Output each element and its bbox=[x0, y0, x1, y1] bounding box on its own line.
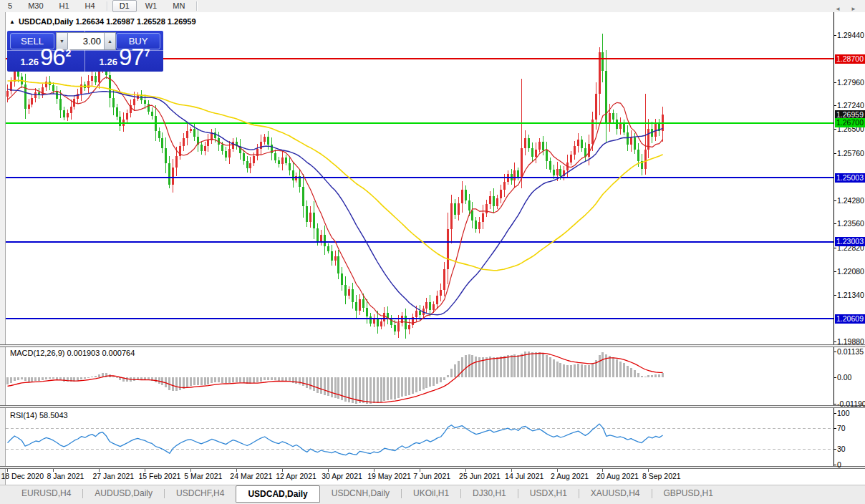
one-click-trade-panel: SELL ▼ ▲ BUY 1.26 96 2 1.26 97 7 bbox=[7, 31, 163, 72]
macd-axis-tick: -0.01190 bbox=[837, 399, 865, 409]
timeframe-button-h4[interactable]: H4 bbox=[78, 0, 102, 12]
window-left-frame bbox=[0, 12, 6, 485]
price-axis-tick: 1.23560 bbox=[837, 219, 865, 228]
expand-icon[interactable]: ▲ bbox=[9, 19, 15, 25]
price-axis-tick: 1.27960 bbox=[837, 78, 865, 87]
tab-usdcnh[interactable]: USDCNH,Daily bbox=[320, 485, 401, 500]
tab-scroll-arrows: ◄ ► bbox=[835, 6, 861, 12]
date-axis-label: 8 Jan 2021 bbox=[47, 472, 84, 480]
tab-audusd[interactable]: AUDUSD,Daily bbox=[83, 485, 164, 500]
rsi-axis-tick: 0 bbox=[837, 460, 865, 470]
splitter-macd-rsi[interactable] bbox=[0, 405, 865, 408]
chart-title-text: USDCAD,Daily 1.26634 1.26987 1.26528 1.2… bbox=[19, 17, 196, 26]
tab-ukoil[interactable]: UKOil,H1 bbox=[402, 485, 460, 500]
timeframe-button-h1[interactable]: H1 bbox=[52, 0, 77, 12]
candlestick-chart-surface bbox=[0, 12, 865, 485]
date-axis-label: 7 Jun 2021 bbox=[413, 472, 450, 480]
date-axis-label: 30 Apr 2021 bbox=[322, 472, 362, 480]
macd-axis-tick: 0.00 bbox=[837, 373, 865, 382]
tab-eurusd[interactable]: EURUSD,H4 bbox=[10, 485, 82, 500]
sell-price[interactable]: 1.26 96 2 bbox=[7, 44, 84, 71]
tab-scroll-left-icon[interactable]: ◄ bbox=[835, 6, 845, 12]
buy-price-big: 97 bbox=[119, 44, 144, 71]
splitter-rsi-dates bbox=[0, 466, 865, 469]
rsi-axis-tick: 100 bbox=[837, 409, 865, 418]
price-badge: 1.28700 bbox=[835, 54, 865, 64]
rsi-axis-tick: 30 bbox=[837, 445, 865, 454]
price-badge: 1.20609 bbox=[835, 314, 865, 324]
macd-axis-tick: 0.01135 bbox=[837, 347, 865, 357]
toolbar-separator bbox=[196, 1, 198, 11]
timeframe-button-w1[interactable]: W1 bbox=[138, 0, 165, 12]
price-axis-tick: 1.24280 bbox=[837, 196, 865, 205]
buy-price-sup: 7 bbox=[145, 47, 150, 59]
sell-price-prefix: 1.26 bbox=[21, 57, 39, 67]
date-axis-label: 8 Sep 2021 bbox=[642, 472, 681, 480]
toolbar-separator bbox=[107, 1, 108, 11]
tab-dj30[interactable]: DJ30,H1 bbox=[461, 485, 518, 500]
buy-price[interactable]: 1.26 97 7 bbox=[86, 44, 163, 71]
rsi-label: RSI(14) 58.5043 bbox=[10, 411, 68, 420]
date-axis-label: 14 Jul 2021 bbox=[505, 472, 543, 480]
date-axis-label: 19 May 2021 bbox=[367, 472, 411, 480]
price-badge: 1.23003 bbox=[835, 237, 865, 246]
timeframe-button-mn[interactable]: MN bbox=[165, 0, 192, 12]
price-axis-tick: 1.29440 bbox=[837, 31, 865, 40]
date-axis-label: 25 Jun 2021 bbox=[459, 472, 501, 480]
tab-usdchf[interactable]: USDCHF,H4 bbox=[165, 485, 236, 500]
timeframe-button-m30[interactable]: M30 bbox=[21, 0, 50, 12]
chart-title: ▲ USDCAD,Daily 1.26634 1.26987 1.26528 1… bbox=[9, 17, 196, 26]
timeframe-button-d1[interactable]: D1 bbox=[112, 0, 137, 12]
tab-xauusd[interactable]: XAUUSD,H4 bbox=[579, 485, 652, 500]
price-badge: 1.25003 bbox=[835, 173, 865, 183]
price-axis-tick: 1.25760 bbox=[837, 149, 865, 158]
date-axis-label: 18 Dec 2020 bbox=[1, 472, 44, 480]
price-axis-tick: 1.19880 bbox=[837, 337, 865, 346]
sell-price-big: 96 bbox=[40, 44, 65, 71]
date-axis-label: 27 Jan 2021 bbox=[92, 472, 134, 480]
splitter-main-macd[interactable] bbox=[0, 344, 865, 347]
date-axis-label: 2 Aug 2021 bbox=[551, 472, 589, 480]
price-axis-tick: 1.27240 bbox=[837, 101, 865, 110]
date-axis-label: 24 Mar 2021 bbox=[230, 472, 272, 480]
timeframe-button-5[interactable]: 5 bbox=[1, 0, 19, 12]
tab-usdcad[interactable]: USDCAD,Daily bbox=[236, 485, 319, 503]
chart-tab-bar: EURUSD,H4AUDUSD,DailyUSDCHF,H4USDCAD,Dai… bbox=[0, 485, 865, 504]
price-axis-tick: 1.21340 bbox=[837, 291, 865, 300]
rsi-axis-tick: 70 bbox=[837, 424, 865, 433]
sell-price-sup: 2 bbox=[66, 47, 72, 59]
date-axis-label: 12 Apr 2021 bbox=[276, 472, 316, 480]
macd-label: MACD(12,26,9) 0.001903 0.000764 bbox=[10, 349, 135, 357]
timeframe-toolbar: 5M30H1H4D1W1MN bbox=[0, 0, 865, 13]
price-axis-tick: 1.22080 bbox=[837, 267, 865, 276]
buy-price-prefix: 1.26 bbox=[100, 57, 117, 67]
date-axis-label: 20 Aug 2021 bbox=[596, 472, 639, 480]
date-axis-label: 5 Mar 2021 bbox=[184, 472, 222, 480]
tab-gbpusd[interactable]: GBPUSD,H1 bbox=[652, 485, 725, 500]
tab-usdx[interactable]: USDX,H1 bbox=[518, 485, 579, 500]
date-axis-label: 15 Feb 2021 bbox=[138, 472, 180, 480]
tab-scroll-right-icon[interactable]: ► bbox=[851, 6, 861, 12]
price-badge: 1.26700 bbox=[835, 118, 865, 127]
